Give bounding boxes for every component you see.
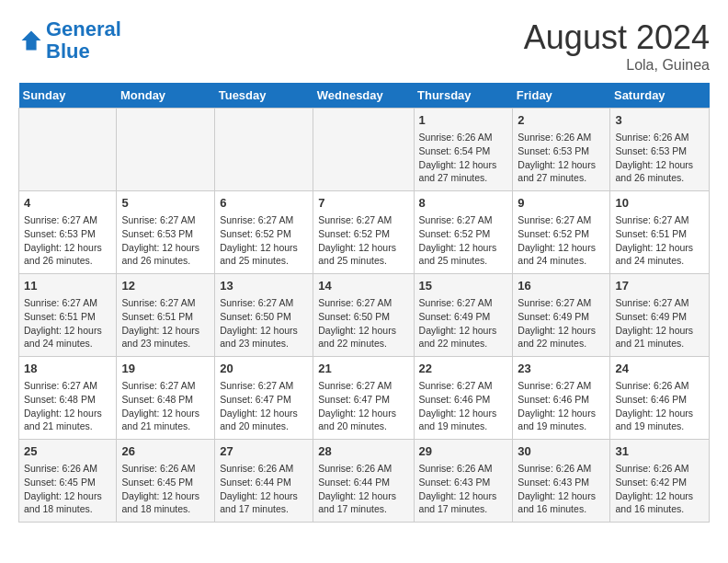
day-number: 9 — [518, 195, 605, 212]
calendar-day-cell: 12Sunrise: 6:27 AM Sunset: 6:51 PM Dayli… — [117, 274, 215, 357]
calendar-day-cell: 4Sunrise: 6:27 AM Sunset: 6:53 PM Daylig… — [19, 191, 117, 274]
day-number: 20 — [220, 361, 308, 377]
calendar-day-cell: 23Sunrise: 6:27 AM Sunset: 6:46 PM Dayli… — [513, 357, 610, 440]
logo-line1: General — [46, 17, 121, 40]
day-info: Sunrise: 6:27 AM Sunset: 6:48 PM Dayligh… — [24, 379, 111, 433]
calendar-day-cell: 22Sunrise: 6:27 AM Sunset: 6:46 PM Dayli… — [414, 357, 513, 440]
day-info: Sunrise: 6:27 AM Sunset: 6:53 PM Dayligh… — [121, 213, 210, 268]
calendar-table: SundayMondayTuesdayWednesdayThursdayFrid… — [18, 83, 710, 523]
location-subtitle: Lola, Guinea — [524, 57, 710, 74]
calendar-day-cell: 6Sunrise: 6:27 AM Sunset: 6:52 PM Daylig… — [215, 191, 313, 274]
calendar-week-row: 18Sunrise: 6:27 AM Sunset: 6:48 PM Dayli… — [19, 357, 710, 440]
day-number: 23 — [518, 361, 605, 377]
calendar-day-cell: 18Sunrise: 6:27 AM Sunset: 6:48 PM Dayli… — [19, 357, 117, 440]
day-info: Sunrise: 6:26 AM Sunset: 6:45 PM Dayligh… — [121, 462, 210, 516]
day-info: Sunrise: 6:27 AM Sunset: 6:46 PM Dayligh… — [518, 379, 605, 433]
calendar-day-cell: 15Sunrise: 6:27 AM Sunset: 6:49 PM Dayli… — [414, 274, 513, 357]
calendar-day-cell: 28Sunrise: 6:26 AM Sunset: 6:44 PM Dayli… — [313, 440, 414, 523]
title-area: August 2024 Lola, Guinea — [524, 18, 710, 74]
day-info: Sunrise: 6:27 AM Sunset: 6:46 PM Dayligh… — [419, 379, 508, 433]
calendar-day-cell — [117, 109, 215, 191]
day-info: Sunrise: 6:27 AM Sunset: 6:48 PM Dayligh… — [121, 379, 210, 433]
day-info: Sunrise: 6:26 AM Sunset: 6:43 PM Dayligh… — [518, 462, 605, 516]
calendar-day-cell: 29Sunrise: 6:26 AM Sunset: 6:43 PM Dayli… — [414, 440, 513, 523]
day-number: 25 — [24, 443, 111, 460]
day-of-week-header: Thursday — [414, 83, 513, 109]
day-info: Sunrise: 6:26 AM Sunset: 6:42 PM Dayligh… — [615, 462, 704, 516]
day-number: 15 — [419, 278, 508, 294]
calendar-day-cell: 8Sunrise: 6:27 AM Sunset: 6:52 PM Daylig… — [414, 191, 513, 274]
calendar-day-cell: 9Sunrise: 6:27 AM Sunset: 6:52 PM Daylig… — [513, 191, 610, 274]
day-info: Sunrise: 6:27 AM Sunset: 6:52 PM Dayligh… — [220, 213, 308, 268]
day-number: 5 — [121, 195, 210, 212]
day-info: Sunrise: 6:27 AM Sunset: 6:51 PM Dayligh… — [615, 213, 704, 268]
day-info: Sunrise: 6:27 AM Sunset: 6:50 PM Dayligh… — [220, 296, 308, 350]
day-number: 22 — [419, 361, 508, 377]
day-number: 7 — [318, 195, 408, 212]
day-info: Sunrise: 6:27 AM Sunset: 6:52 PM Dayligh… — [518, 213, 605, 268]
logo-icon — [18, 28, 44, 53]
day-info: Sunrise: 6:26 AM Sunset: 6:44 PM Dayligh… — [318, 462, 408, 516]
day-number: 12 — [121, 278, 210, 294]
logo-text: General Blue — [46, 18, 121, 63]
calendar-week-row: 4Sunrise: 6:27 AM Sunset: 6:53 PM Daylig… — [19, 191, 710, 274]
day-number: 13 — [220, 278, 308, 294]
day-number: 27 — [220, 443, 308, 460]
calendar-day-cell: 5Sunrise: 6:27 AM Sunset: 6:53 PM Daylig… — [117, 191, 215, 274]
svg-marker-0 — [22, 31, 41, 51]
logo-line2: Blue — [46, 40, 90, 63]
day-info: Sunrise: 6:27 AM Sunset: 6:51 PM Dayligh… — [24, 296, 111, 350]
day-number: 17 — [615, 278, 704, 294]
day-info: Sunrise: 6:27 AM Sunset: 6:53 PM Dayligh… — [24, 213, 111, 268]
day-number: 18 — [24, 361, 111, 377]
day-number: 1 — [419, 112, 508, 129]
calendar-day-cell — [19, 109, 117, 191]
day-info: Sunrise: 6:27 AM Sunset: 6:49 PM Dayligh… — [518, 296, 605, 350]
day-number: 4 — [24, 195, 111, 212]
calendar-day-cell: 3Sunrise: 6:26 AM Sunset: 6:53 PM Daylig… — [610, 109, 710, 191]
day-info: Sunrise: 6:27 AM Sunset: 6:49 PM Dayligh… — [615, 296, 704, 350]
calendar-day-cell: 17Sunrise: 6:27 AM Sunset: 6:49 PM Dayli… — [610, 274, 710, 357]
calendar-week-row: 25Sunrise: 6:26 AM Sunset: 6:45 PM Dayli… — [19, 440, 710, 523]
day-number: 6 — [220, 195, 308, 212]
day-info: Sunrise: 6:27 AM Sunset: 6:52 PM Dayligh… — [419, 213, 508, 268]
calendar-day-cell: 2Sunrise: 6:26 AM Sunset: 6:53 PM Daylig… — [513, 109, 610, 191]
calendar-header-row: SundayMondayTuesdayWednesdayThursdayFrid… — [19, 83, 710, 109]
calendar-day-cell: 24Sunrise: 6:26 AM Sunset: 6:46 PM Dayli… — [610, 357, 710, 440]
day-number: 31 — [615, 443, 704, 460]
day-info: Sunrise: 6:26 AM Sunset: 6:53 PM Dayligh… — [615, 131, 704, 185]
calendar-week-row: 1Sunrise: 6:26 AM Sunset: 6:54 PM Daylig… — [19, 109, 710, 191]
day-number: 29 — [419, 443, 508, 460]
calendar-day-cell: 1Sunrise: 6:26 AM Sunset: 6:54 PM Daylig… — [414, 109, 513, 191]
day-info: Sunrise: 6:26 AM Sunset: 6:46 PM Dayligh… — [615, 379, 704, 433]
day-info: Sunrise: 6:26 AM Sunset: 6:54 PM Dayligh… — [419, 131, 508, 185]
day-number: 10 — [615, 195, 704, 212]
calendar-day-cell: 13Sunrise: 6:27 AM Sunset: 6:50 PM Dayli… — [215, 274, 313, 357]
day-of-week-header: Saturday — [610, 83, 710, 109]
calendar-day-cell: 10Sunrise: 6:27 AM Sunset: 6:51 PM Dayli… — [610, 191, 710, 274]
calendar-day-cell: 7Sunrise: 6:27 AM Sunset: 6:52 PM Daylig… — [313, 191, 414, 274]
day-of-week-header: Tuesday — [215, 83, 313, 109]
logo: General Blue — [18, 18, 121, 63]
day-number: 11 — [24, 278, 111, 294]
day-number: 3 — [615, 112, 704, 129]
day-info: Sunrise: 6:27 AM Sunset: 6:52 PM Dayligh… — [318, 213, 408, 268]
day-info: Sunrise: 6:26 AM Sunset: 6:43 PM Dayligh… — [419, 462, 508, 516]
calendar-day-cell: 31Sunrise: 6:26 AM Sunset: 6:42 PM Dayli… — [610, 440, 710, 523]
day-info: Sunrise: 6:27 AM Sunset: 6:50 PM Dayligh… — [318, 296, 408, 350]
calendar-day-cell: 25Sunrise: 6:26 AM Sunset: 6:45 PM Dayli… — [19, 440, 117, 523]
calendar-week-row: 11Sunrise: 6:27 AM Sunset: 6:51 PM Dayli… — [19, 274, 710, 357]
calendar-day-cell: 20Sunrise: 6:27 AM Sunset: 6:47 PM Dayli… — [215, 357, 313, 440]
day-number: 8 — [419, 195, 508, 212]
day-number: 28 — [318, 443, 408, 460]
calendar-day-cell: 27Sunrise: 6:26 AM Sunset: 6:44 PM Dayli… — [215, 440, 313, 523]
day-of-week-header: Sunday — [19, 83, 117, 109]
calendar-day-cell: 30Sunrise: 6:26 AM Sunset: 6:43 PM Dayli… — [513, 440, 610, 523]
calendar-day-cell: 26Sunrise: 6:26 AM Sunset: 6:45 PM Dayli… — [117, 440, 215, 523]
day-number: 30 — [518, 443, 605, 460]
calendar-day-cell: 14Sunrise: 6:27 AM Sunset: 6:50 PM Dayli… — [313, 274, 414, 357]
day-number: 19 — [121, 361, 210, 377]
day-number: 2 — [518, 112, 605, 129]
calendar-day-cell: 16Sunrise: 6:27 AM Sunset: 6:49 PM Dayli… — [513, 274, 610, 357]
calendar-day-cell — [215, 109, 313, 191]
